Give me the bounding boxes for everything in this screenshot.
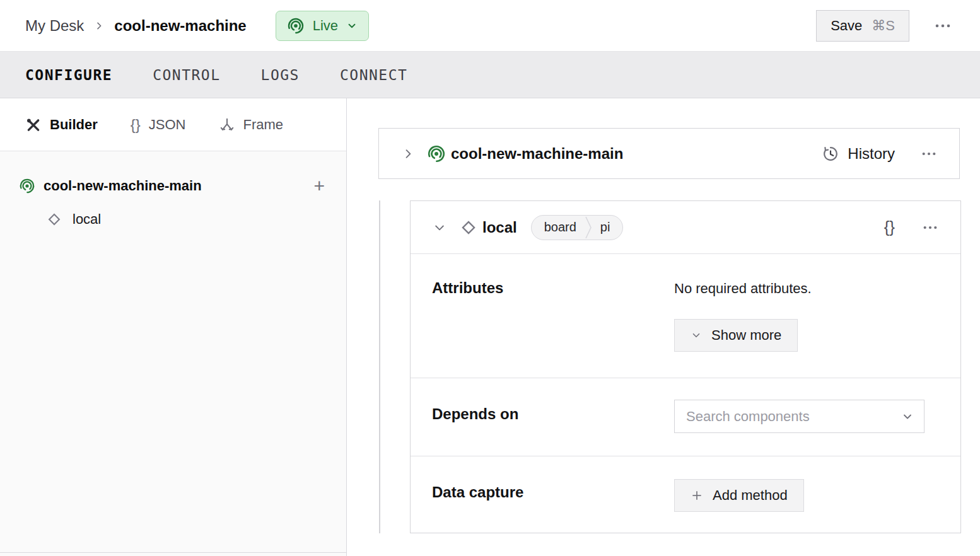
part-card-actions: History [822, 145, 940, 163]
ellipsis-icon [935, 23, 951, 28]
header-overflow-menu-button[interactable] [931, 20, 955, 32]
component-collapse-button[interactable] [429, 217, 450, 238]
add-method-button[interactable]: Add method [674, 479, 804, 512]
chevron-down-icon [346, 20, 358, 32]
main-tabbar: CONFIGURE CONTROL LOGS CONNECT [0, 52, 980, 98]
component-card-header: local board pi {} [411, 201, 960, 254]
frame-axes-icon [219, 117, 235, 133]
tree-item-local-label: local [73, 211, 101, 228]
sidebar-bottom-divider [0, 552, 346, 553]
show-more-button-label: Show more [711, 327, 781, 344]
save-shortcut-hint: ⌘S [872, 18, 895, 34]
depends-on-label: Depends on [432, 405, 518, 423]
component-menu-button[interactable] [919, 221, 942, 234]
header-actions: Save ⌘S [816, 10, 955, 42]
tree-item-machine-part-label: cool-new-machine-main [44, 178, 202, 194]
search-components-input[interactable] [686, 408, 901, 425]
edit-json-button[interactable]: {} [884, 217, 895, 237]
tree-item-local[interactable]: local [19, 211, 325, 228]
ellipsis-icon [923, 225, 938, 230]
configure-sidebar: Builder {} JSON Frame [0, 98, 347, 556]
component-card-actions: {} [884, 217, 942, 237]
mode-frame[interactable]: Frame [219, 117, 284, 133]
depends-on-select[interactable] [674, 400, 925, 433]
part-card-menu-button[interactable] [918, 148, 940, 160]
breadcrumb: My Desk cool-new-machine [25, 17, 247, 35]
attributes-label: Attributes [432, 279, 503, 297]
show-more-button[interactable]: Show more [674, 319, 798, 352]
tree-rail-line [379, 200, 380, 533]
tab-connect[interactable]: CONNECT [340, 67, 407, 83]
save-button-label: Save [831, 18, 862, 34]
mode-builder[interactable]: Builder [25, 117, 98, 133]
chip-separator-icon [584, 216, 593, 240]
mode-builder-label: Builder [50, 117, 98, 133]
chevron-down-icon [691, 330, 702, 341]
resource-tree: cool-new-machine-main + local [0, 151, 346, 228]
depends-on-section: Depends on [411, 378, 960, 456]
ellipsis-icon [921, 151, 936, 156]
component-card-title: local [482, 219, 517, 236]
machine-part-card: cool-new-machine-main History [378, 128, 960, 179]
data-capture-section: Data capture Add method [411, 456, 960, 533]
tree-item-machine-part[interactable]: cool-new-machine-main + [19, 177, 325, 195]
add-component-button[interactable]: + [313, 177, 325, 195]
mode-frame-label: Frame [243, 117, 284, 133]
machine-part-icon [19, 178, 35, 194]
sidebar-mode-switcher: Builder {} JSON Frame [0, 98, 346, 151]
save-button[interactable]: Save ⌘S [816, 10, 909, 42]
component-diamond-icon [45, 211, 63, 228]
history-clock-icon [822, 145, 839, 163]
configure-main-panel: cool-new-machine-main History [347, 98, 980, 556]
part-card-title: cool-new-machine-main [451, 145, 623, 163]
chevron-right-icon [402, 148, 414, 160]
breadcrumb-current: cool-new-machine [114, 17, 246, 35]
part-card-expand-button[interactable] [398, 144, 418, 164]
chevron-down-icon [901, 410, 914, 423]
tools-icon [25, 117, 42, 133]
plus-icon [691, 489, 703, 502]
attributes-empty-text: No required attributes. [674, 281, 812, 297]
braces-icon: {} [131, 116, 141, 134]
chevron-down-icon [433, 221, 446, 234]
data-capture-label: Data capture [432, 484, 523, 501]
component-type: board [532, 220, 584, 235]
machine-status-dropdown[interactable]: Live [276, 11, 369, 41]
attributes-section: Attributes No required attributes. Show … [411, 254, 960, 378]
tab-configure[interactable]: CONFIGURE [25, 67, 112, 83]
component-card-local: local board pi {} Attributes No requ [410, 200, 961, 533]
add-method-button-label: Add method [713, 487, 788, 504]
mode-json-label: JSON [149, 117, 186, 133]
breadcrumb-separator-icon [94, 21, 104, 31]
history-button-label: History [848, 145, 895, 163]
component-model: pi [593, 220, 623, 235]
tab-logs[interactable]: LOGS [261, 67, 300, 83]
component-type-model-chip: board pi [531, 215, 624, 240]
machine-live-icon [287, 17, 305, 35]
history-button[interactable]: History [822, 145, 895, 163]
machine-status-label: Live [313, 18, 338, 34]
machine-part-icon [427, 144, 446, 163]
breadcrumb-parent-link[interactable]: My Desk [25, 17, 84, 35]
tab-control[interactable]: CONTROL [153, 67, 220, 83]
app-header: My Desk cool-new-machine Live Save ⌘S [0, 0, 980, 52]
mode-json[interactable]: {} JSON [131, 116, 186, 134]
component-diamond-icon [458, 217, 479, 238]
